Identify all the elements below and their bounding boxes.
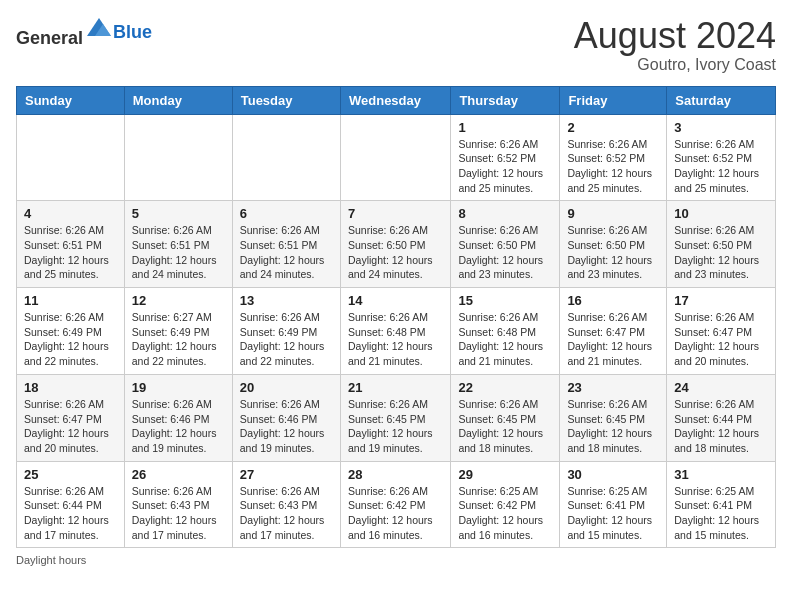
calendar-cell: 9Sunrise: 6:26 AM Sunset: 6:50 PM Daylig… bbox=[560, 201, 667, 288]
calendar-day-header: Wednesday bbox=[340, 86, 450, 114]
calendar-week-row: 18Sunrise: 6:26 AM Sunset: 6:47 PM Dayli… bbox=[17, 374, 776, 461]
day-info: Sunrise: 6:26 AM Sunset: 6:48 PM Dayligh… bbox=[348, 310, 443, 369]
day-number: 25 bbox=[24, 467, 117, 482]
day-number: 2 bbox=[567, 120, 659, 135]
calendar-header-row: SundayMondayTuesdayWednesdayThursdayFrid… bbox=[17, 86, 776, 114]
calendar-cell: 19Sunrise: 6:26 AM Sunset: 6:46 PM Dayli… bbox=[124, 374, 232, 461]
calendar-cell: 10Sunrise: 6:26 AM Sunset: 6:50 PM Dayli… bbox=[667, 201, 776, 288]
calendar-cell: 21Sunrise: 6:26 AM Sunset: 6:45 PM Dayli… bbox=[340, 374, 450, 461]
day-number: 9 bbox=[567, 206, 659, 221]
day-number: 29 bbox=[458, 467, 552, 482]
day-info: Sunrise: 6:26 AM Sunset: 6:51 PM Dayligh… bbox=[132, 223, 225, 282]
calendar-day-header: Tuesday bbox=[232, 86, 340, 114]
calendar-cell: 2Sunrise: 6:26 AM Sunset: 6:52 PM Daylig… bbox=[560, 114, 667, 201]
calendar-cell: 31Sunrise: 6:25 AM Sunset: 6:41 PM Dayli… bbox=[667, 461, 776, 548]
day-number: 30 bbox=[567, 467, 659, 482]
day-info: Sunrise: 6:26 AM Sunset: 6:48 PM Dayligh… bbox=[458, 310, 552, 369]
day-info: Sunrise: 6:26 AM Sunset: 6:50 PM Dayligh… bbox=[458, 223, 552, 282]
calendar-day-header: Sunday bbox=[17, 86, 125, 114]
logo-blue-text: Blue bbox=[113, 22, 152, 42]
calendar-cell: 29Sunrise: 6:25 AM Sunset: 6:42 PM Dayli… bbox=[451, 461, 560, 548]
day-number: 27 bbox=[240, 467, 333, 482]
calendar-day-header: Saturday bbox=[667, 86, 776, 114]
day-number: 16 bbox=[567, 293, 659, 308]
day-number: 6 bbox=[240, 206, 333, 221]
calendar-cell: 5Sunrise: 6:26 AM Sunset: 6:51 PM Daylig… bbox=[124, 201, 232, 288]
calendar-cell: 22Sunrise: 6:26 AM Sunset: 6:45 PM Dayli… bbox=[451, 374, 560, 461]
calendar-cell: 18Sunrise: 6:26 AM Sunset: 6:47 PM Dayli… bbox=[17, 374, 125, 461]
calendar-body: 1Sunrise: 6:26 AM Sunset: 6:52 PM Daylig… bbox=[17, 114, 776, 548]
calendar-week-row: 4Sunrise: 6:26 AM Sunset: 6:51 PM Daylig… bbox=[17, 201, 776, 288]
day-number: 14 bbox=[348, 293, 443, 308]
day-number: 7 bbox=[348, 206, 443, 221]
calendar-cell bbox=[232, 114, 340, 201]
calendar-day-header: Monday bbox=[124, 86, 232, 114]
day-info: Sunrise: 6:26 AM Sunset: 6:47 PM Dayligh… bbox=[567, 310, 659, 369]
day-info: Sunrise: 6:26 AM Sunset: 6:45 PM Dayligh… bbox=[348, 397, 443, 456]
calendar-cell: 14Sunrise: 6:26 AM Sunset: 6:48 PM Dayli… bbox=[340, 288, 450, 375]
day-number: 12 bbox=[132, 293, 225, 308]
calendar-cell: 11Sunrise: 6:26 AM Sunset: 6:49 PM Dayli… bbox=[17, 288, 125, 375]
day-info: Sunrise: 6:26 AM Sunset: 6:42 PM Dayligh… bbox=[348, 484, 443, 543]
day-info: Sunrise: 6:26 AM Sunset: 6:51 PM Dayligh… bbox=[24, 223, 117, 282]
calendar-cell: 24Sunrise: 6:26 AM Sunset: 6:44 PM Dayli… bbox=[667, 374, 776, 461]
day-number: 4 bbox=[24, 206, 117, 221]
logo-icon bbox=[85, 16, 113, 44]
footer-note: Daylight hours bbox=[16, 554, 776, 566]
calendar-cell bbox=[340, 114, 450, 201]
day-number: 20 bbox=[240, 380, 333, 395]
day-number: 15 bbox=[458, 293, 552, 308]
day-info: Sunrise: 6:26 AM Sunset: 6:47 PM Dayligh… bbox=[24, 397, 117, 456]
day-number: 11 bbox=[24, 293, 117, 308]
calendar-table: SundayMondayTuesdayWednesdayThursdayFrid… bbox=[16, 86, 776, 549]
calendar-cell: 27Sunrise: 6:26 AM Sunset: 6:43 PM Dayli… bbox=[232, 461, 340, 548]
day-number: 24 bbox=[674, 380, 768, 395]
day-number: 21 bbox=[348, 380, 443, 395]
calendar-day-header: Thursday bbox=[451, 86, 560, 114]
day-info: Sunrise: 6:26 AM Sunset: 6:50 PM Dayligh… bbox=[348, 223, 443, 282]
calendar-cell: 28Sunrise: 6:26 AM Sunset: 6:42 PM Dayli… bbox=[340, 461, 450, 548]
calendar-cell bbox=[124, 114, 232, 201]
day-number: 1 bbox=[458, 120, 552, 135]
calendar-day-header: Friday bbox=[560, 86, 667, 114]
calendar-cell: 1Sunrise: 6:26 AM Sunset: 6:52 PM Daylig… bbox=[451, 114, 560, 201]
header: General Blue August 2024 Goutro, Ivory C… bbox=[16, 16, 776, 74]
calendar-cell: 30Sunrise: 6:25 AM Sunset: 6:41 PM Dayli… bbox=[560, 461, 667, 548]
day-info: Sunrise: 6:25 AM Sunset: 6:42 PM Dayligh… bbox=[458, 484, 552, 543]
calendar-week-row: 25Sunrise: 6:26 AM Sunset: 6:44 PM Dayli… bbox=[17, 461, 776, 548]
day-info: Sunrise: 6:26 AM Sunset: 6:50 PM Dayligh… bbox=[567, 223, 659, 282]
day-info: Sunrise: 6:25 AM Sunset: 6:41 PM Dayligh… bbox=[674, 484, 768, 543]
logo-general-text: General bbox=[16, 28, 83, 48]
day-number: 23 bbox=[567, 380, 659, 395]
month-year-title: August 2024 bbox=[574, 16, 776, 56]
calendar-cell bbox=[17, 114, 125, 201]
day-number: 18 bbox=[24, 380, 117, 395]
day-number: 22 bbox=[458, 380, 552, 395]
day-info: Sunrise: 6:26 AM Sunset: 6:44 PM Dayligh… bbox=[24, 484, 117, 543]
day-info: Sunrise: 6:26 AM Sunset: 6:47 PM Dayligh… bbox=[674, 310, 768, 369]
calendar-cell: 8Sunrise: 6:26 AM Sunset: 6:50 PM Daylig… bbox=[451, 201, 560, 288]
day-info: Sunrise: 6:27 AM Sunset: 6:49 PM Dayligh… bbox=[132, 310, 225, 369]
calendar-cell: 16Sunrise: 6:26 AM Sunset: 6:47 PM Dayli… bbox=[560, 288, 667, 375]
day-number: 5 bbox=[132, 206, 225, 221]
day-number: 8 bbox=[458, 206, 552, 221]
day-info: Sunrise: 6:26 AM Sunset: 6:52 PM Dayligh… bbox=[567, 137, 659, 196]
day-number: 10 bbox=[674, 206, 768, 221]
daylight-hours-label: Daylight hours bbox=[16, 554, 86, 566]
day-info: Sunrise: 6:26 AM Sunset: 6:49 PM Dayligh… bbox=[24, 310, 117, 369]
calendar-cell: 4Sunrise: 6:26 AM Sunset: 6:51 PM Daylig… bbox=[17, 201, 125, 288]
day-info: Sunrise: 6:26 AM Sunset: 6:46 PM Dayligh… bbox=[132, 397, 225, 456]
day-info: Sunrise: 6:26 AM Sunset: 6:50 PM Dayligh… bbox=[674, 223, 768, 282]
title-area: August 2024 Goutro, Ivory Coast bbox=[574, 16, 776, 74]
day-info: Sunrise: 6:26 AM Sunset: 6:49 PM Dayligh… bbox=[240, 310, 333, 369]
location-subtitle: Goutro, Ivory Coast bbox=[574, 56, 776, 74]
day-info: Sunrise: 6:26 AM Sunset: 6:43 PM Dayligh… bbox=[240, 484, 333, 543]
day-info: Sunrise: 6:26 AM Sunset: 6:52 PM Dayligh… bbox=[458, 137, 552, 196]
day-info: Sunrise: 6:26 AM Sunset: 6:52 PM Dayligh… bbox=[674, 137, 768, 196]
calendar-cell: 25Sunrise: 6:26 AM Sunset: 6:44 PM Dayli… bbox=[17, 461, 125, 548]
calendar-cell: 6Sunrise: 6:26 AM Sunset: 6:51 PM Daylig… bbox=[232, 201, 340, 288]
calendar-cell: 20Sunrise: 6:26 AM Sunset: 6:46 PM Dayli… bbox=[232, 374, 340, 461]
day-info: Sunrise: 6:26 AM Sunset: 6:46 PM Dayligh… bbox=[240, 397, 333, 456]
day-number: 31 bbox=[674, 467, 768, 482]
day-info: Sunrise: 6:26 AM Sunset: 6:44 PM Dayligh… bbox=[674, 397, 768, 456]
